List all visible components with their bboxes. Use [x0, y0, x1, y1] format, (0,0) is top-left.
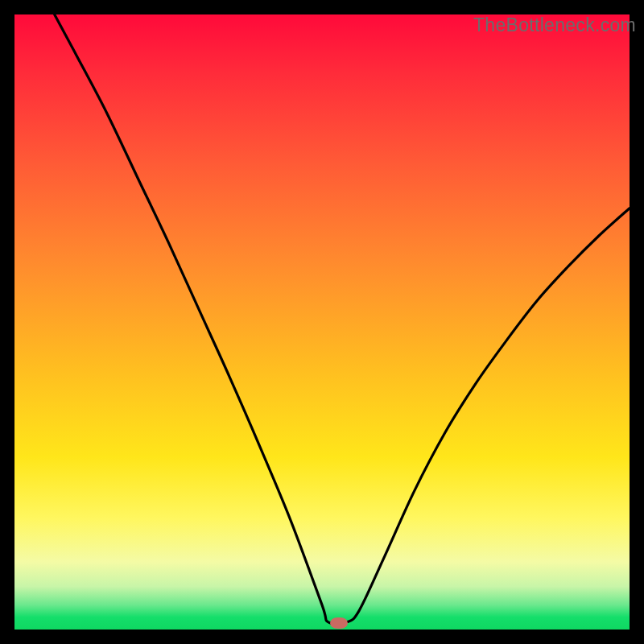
chart-frame: TheBottleneck.com: [0, 0, 644, 644]
bottleneck-curve: [55, 14, 630, 624]
optimum-marker: [330, 617, 348, 629]
watermark-text: TheBottleneck.com: [473, 14, 636, 36]
curve-layer: [0, 0, 644, 644]
